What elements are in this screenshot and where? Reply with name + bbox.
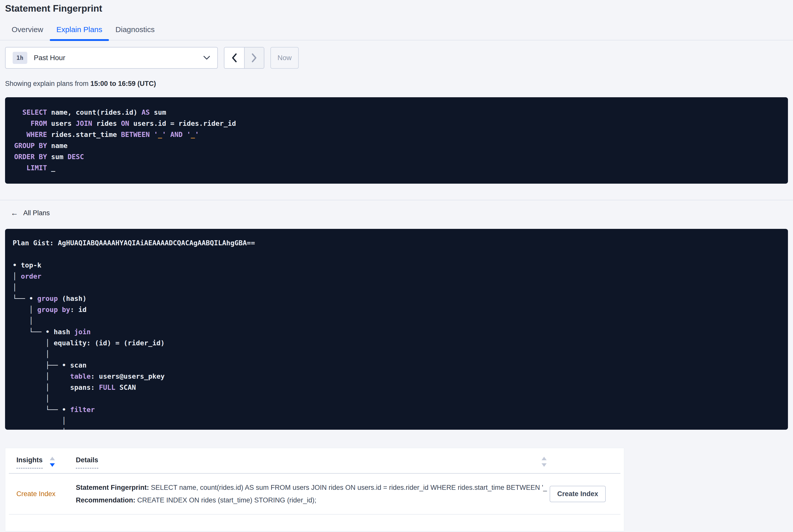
insight-details-cell: Statement Fingerprint: SELECT name, coun… <box>76 481 547 507</box>
tab-bar: Overview Explain Plans Diagnostics <box>0 21 793 40</box>
all-plans-label: All Plans <box>23 208 50 218</box>
insight-type-label: Create Index <box>16 490 76 498</box>
statement-fingerprint-text: SELECT name, count(rides.id) AS sum FROM… <box>149 484 547 491</box>
page-title: Statement Fingerprint <box>5 0 788 15</box>
code-line: ├── • scan <box>13 360 780 371</box>
tab-overview[interactable]: Overview <box>5 21 50 40</box>
code-line: SELECT name, count(rides.id) AS sum <box>14 107 779 118</box>
tab-diagnostics[interactable]: Diagnostics <box>109 21 161 40</box>
prev-interval-button[interactable] <box>224 48 244 68</box>
code-line: └── • hash join <box>13 326 780 338</box>
code-line: │ group by: id <box>13 304 780 315</box>
code-line: │ <box>13 282 780 293</box>
statement-sql-box: SELECT name, count(rides.id) AS sum FROM… <box>5 97 788 184</box>
showing-range-text: Showing explain plans from 15:00 to 16:5… <box>5 80 788 88</box>
back-arrow-icon: ← <box>11 208 18 218</box>
tab-explain-plans[interactable]: Explain Plans <box>50 21 109 40</box>
code-line: LIMIT _ <box>14 163 779 173</box>
chevron-right-icon <box>251 53 257 63</box>
create-index-button[interactable]: Create Index <box>550 486 606 502</box>
code-line: │ order <box>13 271 780 282</box>
time-range-label: Past Hour <box>34 54 196 62</box>
details-header-label[interactable]: Details <box>76 456 98 469</box>
insights-table-header: Insights Details <box>9 448 620 474</box>
plan-gist-box: Plan Gist: AgHUAQIABQAAAAHYAQIAiAEAAAADC… <box>5 229 788 430</box>
code-line: FROM users JOIN rides ON users.id = ride… <box>14 118 779 129</box>
code-line: • top-k <box>13 260 780 271</box>
recommendation-label: Recommendation: <box>76 496 135 504</box>
code-line: │ <box>13 348 780 360</box>
code-line: │ <box>13 315 780 326</box>
sort-icon[interactable] <box>49 456 55 467</box>
time-range-picker[interactable]: 1h Past Hour <box>5 47 218 69</box>
statement-fingerprint-label: Statement Fingerprint: <box>76 484 149 491</box>
statement-fingerprint-page: Statement Fingerprint Overview Explain P… <box>0 0 793 532</box>
code-line: │ table: users@users_pkey <box>13 371 780 382</box>
chevron-left-icon <box>231 53 237 63</box>
code-line: │ <box>13 393 780 404</box>
table-row: Create Index Statement Fingerprint: SELE… <box>9 474 620 515</box>
showing-prefix: Showing explain plans from <box>5 80 89 88</box>
code-line <box>13 249 780 260</box>
time-controls: 1h Past Hour Now <box>5 47 788 69</box>
insights-column-header: Insights <box>16 456 76 469</box>
interval-badge: 1h <box>13 52 27 64</box>
insights-header-label[interactable]: Insights <box>16 456 43 469</box>
sort-icon[interactable] <box>541 456 547 467</box>
code-line: └── • filter <box>13 404 780 415</box>
code-line: Plan Gist: AgHUAQIABQAAAAHYAQIAiAEAAAADC… <box>13 238 780 249</box>
statement-fingerprint-line: Statement Fingerprint: SELECT name, coun… <box>76 481 547 494</box>
code-line: │ <box>13 426 780 430</box>
section-divider <box>0 200 793 200</box>
next-interval-button[interactable] <box>244 48 264 68</box>
code-line: │ spans: FULL SCAN <box>13 382 780 393</box>
showing-range-value: 15:00 to 16:59 (UTC) <box>91 80 156 88</box>
recommendation-line: Recommendation: CREATE INDEX ON rides (s… <box>76 494 547 507</box>
insights-table-card: Insights Details Create Index Statement … <box>5 448 624 531</box>
recommendation-text: CREATE INDEX ON rides (start_time) STORI… <box>135 496 316 504</box>
chevron-down-icon <box>203 56 210 60</box>
now-button[interactable]: Now <box>270 47 299 69</box>
code-line: WHERE rides.start_time BETWEEN '_' AND '… <box>14 129 779 140</box>
code-line: ORDER BY sum DESC <box>14 151 779 163</box>
code-line: │ equality: (id) = (rider_id) <box>13 338 780 348</box>
all-plans-back-link[interactable]: ← All Plans <box>5 208 50 218</box>
insight-action-cell: Create Index <box>547 486 613 502</box>
code-line: └── • group (hash) <box>13 293 780 304</box>
time-step-buttons <box>224 47 264 69</box>
details-column-header: Details <box>76 456 547 469</box>
code-line: │ <box>13 415 780 426</box>
code-line: GROUP BY name <box>14 140 779 151</box>
